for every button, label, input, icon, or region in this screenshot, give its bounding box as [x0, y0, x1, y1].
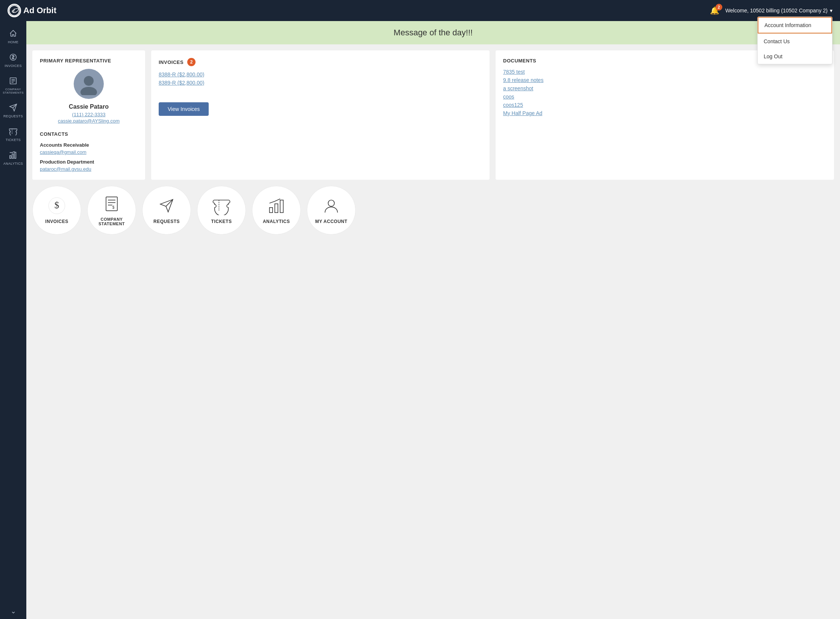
tickets-icon [9, 127, 17, 137]
logo-icon: d [8, 4, 21, 17]
svg-rect-27 [275, 204, 278, 212]
contact-item-0: Accounts Receivable cassieqa@gmail.com [40, 142, 138, 155]
top-nav: d Ad Orbit 🔔 2 Welcome, 10502 billing (1… [0, 0, 840, 21]
invoices-icon-card[interactable]: $ INVOICES [32, 186, 81, 235]
avatar-container [40, 69, 138, 99]
log-out-item[interactable]: Log Out [758, 49, 832, 64]
account-info-item[interactable]: Account Information [758, 17, 832, 33]
svg-point-15 [80, 87, 97, 95]
sidebar-label-requests: REQUESTS [3, 114, 23, 118]
invoices-header: INVOICES 2 [159, 58, 482, 66]
documents-panel: DOCUMENTS 7835 test 9.8 release notes a … [496, 50, 834, 180]
user-label: Welcome, 10502 billing (10502 Company 2) [725, 8, 828, 14]
sidebar-label-invoices: INVOICES [5, 64, 21, 68]
rep-name: Cassie Pataro [40, 103, 138, 110]
sidebar-item-invoices[interactable]: INVOICES [0, 49, 26, 72]
requests-icon-card[interactable]: REQUESTS [142, 186, 191, 235]
sidebar-item-home[interactable]: HOME [0, 25, 26, 49]
svg-rect-11 [10, 156, 11, 158]
message-of-the-day: Message of the day!!! [26, 21, 840, 44]
sidebar-label-analytics: ANALYTICS [3, 162, 23, 165]
doc-link-1[interactable]: 9.8 release notes [503, 77, 826, 83]
svg-text:$: $ [112, 205, 115, 209]
sidebar-item-analytics[interactable]: ANALYTICS [0, 146, 26, 170]
invoice-link-0[interactable]: 8388-R ($2,800.00) [159, 71, 482, 77]
contact-email-1[interactable]: pataroc@mail.gvsu.edu [40, 166, 91, 172]
tickets-card-label: TICKETS [211, 219, 232, 224]
sidebar-item-requests[interactable]: REQUESTS [0, 99, 26, 123]
user-dropdown-menu: Account Information Contact Us Log Out [757, 17, 832, 64]
contact-us-item[interactable]: Contact Us [758, 34, 832, 49]
invoices-panel: INVOICES 2 8388-R ($2,800.00) 8389-R ($2… [151, 50, 490, 180]
sidebar-label-tickets: TICKETS [6, 138, 21, 142]
svg-point-14 [84, 76, 94, 86]
chevron-down-icon: ▾ [830, 8, 832, 14]
app-logo[interactable]: d Ad Orbit [8, 4, 56, 17]
analytics-icon-card[interactable]: ANALYTICS [252, 186, 301, 235]
doc-link-3[interactable]: coos [503, 94, 826, 100]
company-statement-icon-card[interactable]: $ COMPANYSTATEMENT [87, 186, 136, 235]
primary-rep-panel: PRIMARY REPRESENTATIVE Cassie Pataro (11… [32, 50, 145, 180]
contact-role-0: Accounts Receivable [40, 142, 138, 148]
doc-link-4[interactable]: coos125 [503, 102, 826, 108]
invoices-card-label: INVOICES [45, 219, 68, 224]
company-statement-card-label: COMPANYSTATEMENT [99, 217, 125, 226]
primary-rep-title: PRIMARY REPRESENTATIVE [40, 58, 138, 64]
contacts-title: CONTACTS [40, 131, 138, 137]
tickets-icon-card[interactable]: TICKETS [197, 186, 246, 235]
contacts-section: CONTACTS Accounts Receivable cassieqa@gm… [40, 131, 138, 172]
logo-text: Ad Orbit [23, 6, 56, 15]
doc-link-0[interactable]: 7835 test [503, 69, 826, 75]
sidebar-item-tickets[interactable]: TICKETS [0, 123, 26, 146]
content-area: PRIMARY REPRESENTATIVE Cassie Pataro (11… [26, 50, 840, 241]
invoice-link-1[interactable]: 8389-R ($2,800.00) [159, 80, 482, 86]
contact-item-1: Production Department pataroc@mail.gvsu.… [40, 159, 138, 172]
requests-card-label: REQUESTS [153, 219, 180, 224]
icon-grid: $ INVOICES $ COMPANYSTATEMENT [32, 186, 834, 235]
my-account-card-label: MY ACCOUNT [315, 219, 347, 224]
doc-link-5[interactable]: My Half Page Ad [503, 110, 826, 116]
main-content: Message of the day!!! PRIMARY REPRESENTA… [26, 21, 840, 619]
my-account-icon-card[interactable]: MY ACCOUNT [307, 186, 356, 235]
contact-role-1: Production Department [40, 159, 138, 165]
rep-email[interactable]: cassie.pataro@AYSling.com [40, 118, 138, 124]
sidebar-item-company-statements[interactable]: COMPANYSTATEMENTS [0, 72, 26, 99]
analytics-icon [9, 151, 17, 160]
home-icon [9, 29, 17, 39]
doc-link-2[interactable]: a screenshot [503, 85, 826, 91]
svg-rect-28 [280, 200, 283, 212]
main-layout: HOME INVOICES COMPANYSTATEMENTS [0, 21, 840, 619]
requests-icon [9, 103, 17, 113]
avatar [74, 69, 104, 99]
svg-point-29 [328, 200, 335, 206]
sidebar-label-statements: COMPANYSTATEMENTS [3, 88, 24, 94]
top-panels: PRIMARY REPRESENTATIVE Cassie Pataro (11… [32, 50, 834, 180]
notification-button[interactable]: 🔔 2 [708, 5, 721, 17]
rep-phone[interactable]: (111) 222-3333 [40, 112, 138, 117]
contact-email-0[interactable]: cassieqa@gmail.com [40, 149, 86, 155]
analytics-card-label: ANALYTICS [263, 219, 290, 224]
svg-rect-26 [270, 208, 273, 212]
statements-icon [9, 77, 17, 86]
notification-badge: 2 [716, 4, 722, 11]
nav-right: 🔔 2 Welcome, 10502 billing (10502 Compan… [708, 5, 832, 17]
dollar-icon [9, 53, 17, 62]
svg-rect-12 [12, 154, 14, 158]
invoices-count-badge: 2 [187, 58, 196, 66]
user-menu-button[interactable]: Welcome, 10502 billing (10502 Company 2)… [725, 8, 832, 14]
svg-rect-13 [15, 152, 16, 159]
sidebar-label-home: HOME [8, 40, 18, 44]
sidebar: HOME INVOICES COMPANYSTATEMENTS [0, 21, 26, 619]
svg-text:$: $ [55, 200, 59, 210]
view-invoices-button[interactable]: View Invoices [159, 102, 209, 116]
sidebar-collapse-chevron[interactable]: ⌄ [11, 607, 16, 615]
svg-rect-18 [106, 197, 117, 211]
invoices-panel-title: INVOICES [159, 59, 183, 65]
